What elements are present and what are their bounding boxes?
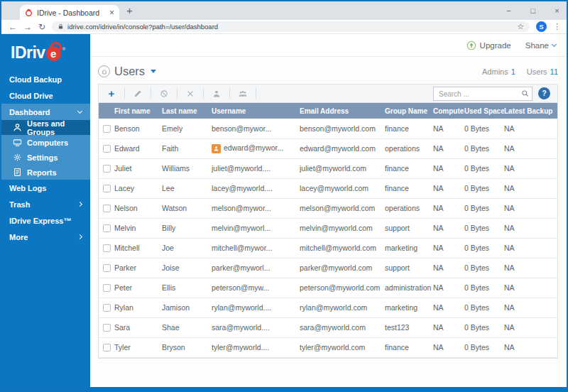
row-checkbox[interactable]	[103, 304, 111, 312]
row-checkbox[interactable]	[103, 165, 111, 173]
username-cell: peterson@myw...	[212, 283, 269, 292]
sidebar-item-trash[interactable]: Trash	[1, 196, 90, 212]
sidebar-item-computers[interactable]: Computers	[1, 135, 90, 150]
account-menu[interactable]: Shane	[525, 41, 556, 50]
email-cell: melvin@myworld.com	[300, 224, 373, 232]
first-name-cell: Peter	[114, 283, 132, 292]
sidebar-item-dashboard[interactable]: Dashboard	[1, 104, 90, 120]
first-name-cell: Juliet	[114, 164, 132, 173]
maximize-button[interactable]: □	[529, 6, 537, 15]
sidebar-item-settings[interactable]: Settings	[1, 150, 90, 165]
used-space-cell: 0 Bytes	[464, 224, 489, 232]
column-header[interactable]: Latest Backup	[504, 103, 557, 119]
used-space-cell: 0 Bytes	[464, 283, 489, 292]
users-count-stat[interactable]: Users 11	[527, 67, 558, 76]
upgrade-button[interactable]: Upgrade	[466, 40, 511, 50]
sidebar-item-more[interactable]: More	[1, 229, 90, 245]
sidebar-item-cloud-drive[interactable]: Cloud Drive	[1, 87, 90, 104]
username-cell: edward@mywor...	[224, 143, 283, 152]
computers-cell: NA	[433, 124, 444, 133]
first-name-cell: Nelson	[114, 204, 138, 212]
email-cell: rylan@myworld.com	[300, 303, 367, 312]
bookmark-star-icon[interactable]: ☆	[517, 22, 524, 31]
row-checkbox[interactable]	[103, 185, 111, 192]
search-icon[interactable]	[521, 89, 529, 97]
computers-cell: NA	[433, 244, 444, 252]
used-space-cell: 0 Bytes	[464, 144, 489, 153]
group-cell: support	[385, 263, 410, 272]
row-checkbox[interactable]	[103, 244, 111, 252]
group-cell: operations	[385, 144, 420, 153]
column-header[interactable]: Used Space	[464, 103, 504, 119]
table-row: PeterEllispeterson@myw...peterson@myworl…	[99, 278, 557, 298]
sidebar: IDrive® Cloud Backup Cloud Drive Dashboa…	[1, 34, 90, 387]
column-header[interactable]: First name	[114, 103, 162, 119]
new-tab-button[interactable]: +	[126, 4, 133, 16]
tab-strip: IDrive - Dashboard × + − □ ×	[1, 1, 567, 20]
logo-registered-mark: ®	[62, 47, 65, 51]
group-action-button[interactable]	[230, 88, 256, 99]
last-name-cell: Joise	[162, 263, 180, 272]
first-name-cell: Mitchell	[114, 244, 140, 252]
back-icon[interactable]: ←	[9, 23, 17, 31]
first-name-cell: Tyler	[114, 343, 131, 352]
sidebar-item-users-and-groups[interactable]: Users and Groups	[1, 120, 90, 135]
row-checkbox[interactable]	[103, 145, 111, 153]
first-name-cell: Parker	[114, 263, 136, 272]
last-name-cell: Joe	[162, 244, 174, 252]
refresh-icon[interactable]: ↻	[38, 23, 45, 31]
block-user-button[interactable]	[151, 88, 178, 99]
sidebar-item-cloud-backup[interactable]: Cloud Backup	[1, 71, 90, 87]
column-header[interactable]: Username	[212, 103, 300, 119]
latest-backup-cell: NA	[504, 244, 515, 252]
minimize-button[interactable]: −	[505, 6, 513, 15]
email-cell: tyler@myworld.com	[300, 343, 365, 352]
column-header[interactable]: Email Address	[300, 103, 385, 119]
title-dropdown-icon[interactable]	[151, 70, 156, 73]
latest-backup-cell: NA	[504, 184, 515, 192]
account-bar: Upgrade Shane	[90, 34, 567, 57]
column-header[interactable]: Group Name	[385, 103, 433, 119]
browser-toolbar: ← → ↻ idrive.com/idrive/in/console?path=…	[1, 20, 567, 34]
add-user-button[interactable]: +	[99, 88, 125, 99]
row-checkbox[interactable]	[103, 224, 111, 232]
row-checkbox[interactable]	[103, 324, 111, 332]
row-checkbox[interactable]	[103, 264, 111, 272]
group-cell: finance	[385, 184, 409, 192]
sidebar-item-idrive-express[interactable]: IDrive Express™	[1, 212, 90, 229]
user-action-button[interactable]	[204, 88, 230, 99]
latest-backup-cell: NA	[504, 164, 515, 173]
close-button[interactable]: ×	[553, 6, 561, 15]
admins-count-stat[interactable]: Admins 1	[482, 67, 515, 76]
browser-tab[interactable]: IDrive - Dashboard ×	[20, 5, 119, 20]
browser-menu-icon[interactable]: ⋮	[553, 22, 561, 31]
computers-cell: NA	[433, 263, 444, 272]
sidebar-item-reports[interactable]: Reports	[1, 165, 90, 180]
used-space-cell: 0 Bytes	[464, 323, 489, 332]
home-icon[interactable]	[98, 65, 110, 77]
table-row: SaraShaesara@myworld....sara@myworld.com…	[99, 317, 557, 337]
column-header[interactable]: Computers	[433, 103, 464, 119]
forward-icon[interactable]: →	[23, 23, 32, 31]
sidebar-item-web-logs[interactable]: Web Logs	[1, 180, 90, 196]
group-icon	[239, 89, 247, 98]
edit-user-button[interactable]	[125, 88, 151, 99]
help-button[interactable]: ?	[538, 87, 550, 99]
username-cell: melson@mywor...	[212, 204, 271, 212]
computers-cell: NA	[433, 343, 444, 352]
used-space-cell: 0 Bytes	[464, 204, 489, 212]
email-cell: parker@myworld.com	[300, 263, 372, 272]
address-bar[interactable]: idrive.com/idrive/in/console?path=/user/…	[52, 21, 530, 32]
search-input[interactable]	[433, 87, 532, 101]
lock-icon	[58, 23, 64, 30]
row-checkbox[interactable]	[103, 284, 111, 292]
row-checkbox[interactable]	[103, 205, 111, 212]
computers-cell: NA	[433, 283, 444, 292]
profile-avatar[interactable]: S	[536, 21, 547, 32]
delete-user-button[interactable]	[178, 88, 204, 99]
row-checkbox[interactable]	[103, 125, 111, 133]
tab-close-icon[interactable]: ×	[109, 9, 114, 17]
row-checkbox[interactable]	[103, 344, 111, 352]
column-header[interactable]: Last name	[162, 103, 212, 119]
used-space-cell: 0 Bytes	[464, 184, 489, 192]
